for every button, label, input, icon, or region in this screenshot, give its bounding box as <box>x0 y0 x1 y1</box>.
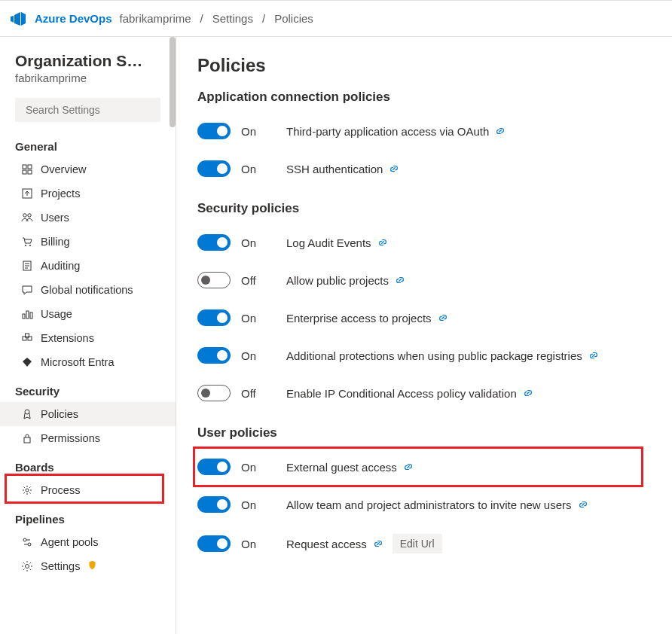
gear-icon <box>21 560 33 572</box>
link-icon[interactable] <box>403 462 414 472</box>
svg-rect-15 <box>23 314 25 319</box>
sidebar-item-label: Microsoft Entra <box>41 356 115 368</box>
svg-point-23 <box>26 489 29 492</box>
up-box-icon <box>21 187 33 200</box>
sidebar-item-label: Users <box>41 212 69 224</box>
toggle-switch[interactable] <box>197 385 231 401</box>
bars-icon <box>21 308 33 320</box>
link-icon[interactable] <box>495 126 506 136</box>
section-title: Security policies <box>197 201 651 216</box>
toggle-state-label: On <box>241 461 262 474</box>
toggle-state-label: On <box>241 349 262 362</box>
link-icon[interactable] <box>389 163 399 174</box>
svg-point-8 <box>28 214 31 217</box>
policy-label: External guest access <box>286 461 414 474</box>
svg-rect-17 <box>30 312 32 319</box>
sidebar-item-process[interactable]: Process <box>0 478 176 502</box>
toggle-switch[interactable] <box>197 535 231 552</box>
svg-point-24 <box>23 538 26 541</box>
toggle-state-label: On <box>241 538 262 550</box>
sidebar-item-auditing[interactable]: Auditing <box>0 254 176 278</box>
sidebar-item-label: Overview <box>41 163 86 175</box>
policy-row: OffAllow public projects <box>197 261 651 299</box>
toggle-state-label: Off <box>241 274 262 287</box>
toggle-state-label: Off <box>241 387 262 400</box>
main-content: Policies Application connection policies… <box>176 37 672 634</box>
link-icon[interactable] <box>523 388 533 398</box>
toggle-switch[interactable] <box>197 123 231 139</box>
toggle-switch[interactable] <box>197 309 231 326</box>
sidebar-item-billing[interactable]: Billing <box>0 230 176 254</box>
svg-rect-2 <box>23 165 26 169</box>
lock-icon <box>21 432 33 444</box>
policy-label: Request access Edit Url <box>286 534 442 553</box>
svg-point-10 <box>29 245 31 246</box>
toggle-switch[interactable] <box>197 272 231 288</box>
policy-label: Allow team and project administrators to… <box>286 498 588 511</box>
link-icon[interactable] <box>438 312 448 323</box>
breadcrumb-settings[interactable]: Settings <box>212 12 253 25</box>
link-icon[interactable] <box>395 275 405 285</box>
sidebar-item-global-notifications[interactable]: Global notifications <box>0 278 176 302</box>
sidebar-item-usage[interactable]: Usage <box>0 302 176 326</box>
svg-rect-5 <box>28 170 32 174</box>
gearflow-icon <box>21 484 33 496</box>
policy-label: Additional protections when using public… <box>286 349 599 362</box>
breadcrumb: Azure DevOps fabrikamprime / Settings / … <box>0 1 672 37</box>
sidebar-item-policies[interactable]: Policies <box>0 402 176 426</box>
svg-rect-3 <box>28 165 32 169</box>
sidebar-item-label: Agent pools <box>41 536 99 548</box>
sidebar-item-users[interactable]: Users <box>0 206 176 230</box>
toggle-switch[interactable] <box>197 347 231 364</box>
link-icon[interactable] <box>373 538 383 549</box>
sidebar-item-label: Permissions <box>41 432 100 444</box>
edit-url-button[interactable]: Edit Url <box>393 534 442 553</box>
badge-icon <box>21 408 33 420</box>
svg-point-21 <box>25 410 29 414</box>
toggle-state-label: On <box>241 125 262 138</box>
sidebar-item-label: Projects <box>41 187 80 200</box>
toggle-switch[interactable] <box>197 234 231 251</box>
sidebar-item-microsoft-entra[interactable]: Microsoft Entra <box>0 350 176 374</box>
cart-icon <box>21 236 33 248</box>
nav-group-label: General <box>0 130 176 157</box>
sidebar-item-projects[interactable]: Projects <box>0 181 176 206</box>
toggle-state-label: On <box>241 236 262 249</box>
sidebar-item-extensions[interactable]: Extensions <box>0 326 176 350</box>
policy-label: Enterprise access to projects <box>286 312 448 325</box>
sidebar-item-permissions[interactable]: Permissions <box>0 426 176 450</box>
link-icon[interactable] <box>578 499 588 510</box>
breadcrumb-policies[interactable]: Policies <box>274 12 313 25</box>
policy-row: OnAllow team and project administrators … <box>197 486 651 523</box>
ext-icon <box>21 332 33 344</box>
breadcrumb-separator: / <box>262 12 265 25</box>
sidebar-item-overview[interactable]: Overview <box>0 157 176 181</box>
grid-icon <box>21 163 33 175</box>
users-icon <box>21 212 33 224</box>
org-name: fabrikamprime <box>15 72 160 84</box>
link-icon[interactable] <box>377 237 388 248</box>
link-icon[interactable] <box>588 350 599 361</box>
sidebar-item-agent-pools[interactable]: Agent pools <box>0 530 176 554</box>
sidebar-item-label: Settings <box>41 560 80 572</box>
toggle-switch[interactable] <box>197 160 231 177</box>
chat-icon <box>21 284 33 296</box>
search-settings-box[interactable] <box>15 98 160 122</box>
org-settings-title: Organization S… <box>15 52 160 70</box>
policy-row: OnSSH authentication <box>197 150 651 187</box>
svg-point-9 <box>25 245 26 246</box>
sidebar-item-label: Billing <box>41 236 70 248</box>
brand-link[interactable]: Azure DevOps <box>35 12 112 25</box>
policy-row: OnExternal guest access <box>197 448 651 486</box>
sidebar-item-settings[interactable]: Settings <box>0 554 176 578</box>
policy-label: SSH authentication <box>286 163 399 175</box>
policy-row: OffEnable IP Conditional Access policy v… <box>197 374 651 412</box>
search-input[interactable] <box>26 104 154 116</box>
toggle-switch[interactable] <box>197 496 231 513</box>
breadcrumb-org[interactable]: fabrikamprime <box>120 12 191 25</box>
policy-row: OnEnterprise access to projects <box>197 299 651 337</box>
toggle-switch[interactable] <box>197 459 231 475</box>
nav-group-label: Security <box>0 374 176 402</box>
nav-group-label: Boards <box>0 450 176 478</box>
toggle-state-label: On <box>241 163 262 175</box>
